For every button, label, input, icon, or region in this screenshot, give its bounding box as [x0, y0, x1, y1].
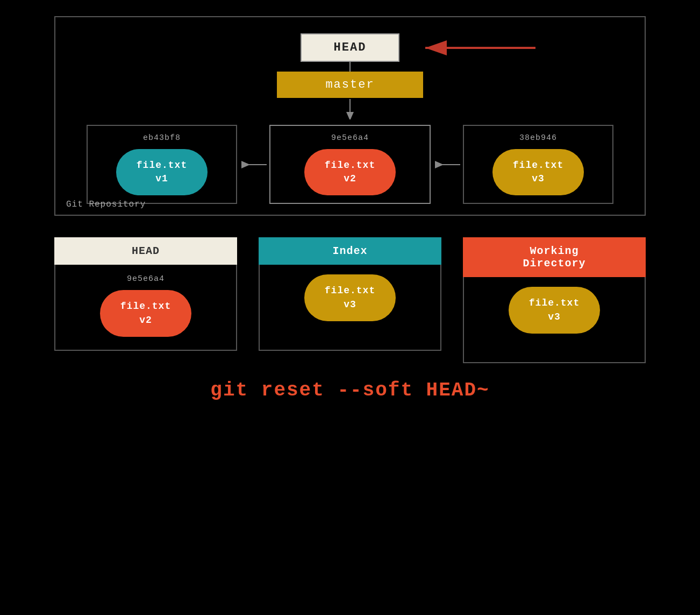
commits-row: eb43bf8 file.txtv1 9e5e6a4 file.txtv2 [77, 125, 623, 204]
commit-id-right: 38eb946 [519, 133, 557, 143]
git-repo-section: HEAD master [54, 16, 646, 216]
master-box: master [277, 72, 423, 98]
panel-head-body: 9e5e6a4 file.txtv2 [54, 265, 237, 351]
panel-index-header: Index [259, 237, 441, 265]
panel-wd-header: WorkingDirectory [463, 237, 646, 277]
panel-head-blob: file.txtv2 [100, 290, 191, 336]
commit-box-right: 38eb946 file.txtv3 [463, 125, 613, 204]
command-line: git reset --soft HEAD~ [210, 379, 489, 401]
bottom-panels: HEAD 9e5e6a4 file.txtv2 Index file.txtv3… [54, 237, 646, 363]
blob-right: file.txtv3 [492, 149, 584, 195]
panel-wd: WorkingDirectory file.txtv3 [463, 237, 646, 363]
panel-index-blob: file.txtv3 [304, 274, 396, 321]
head-arrow-icon [420, 40, 538, 56]
commit-right-arrow-icon [431, 158, 463, 171]
blob-left: file.txtv1 [116, 149, 208, 195]
git-repo-label: Git Repository [66, 200, 146, 209]
commit-id-center: 9e5e6a4 [331, 133, 369, 143]
panel-head: HEAD 9e5e6a4 file.txtv2 [54, 237, 237, 351]
commit-box-center: 9e5e6a4 file.txtv2 [269, 125, 431, 204]
head-box: HEAD [301, 33, 400, 62]
commit-box-left: eb43bf8 file.txtv1 [87, 125, 237, 204]
panel-head-commit-id: 9e5e6a4 [127, 274, 165, 284]
head-area: HEAD master [77, 33, 623, 119]
commit-left-arrow-icon [237, 158, 269, 171]
panel-index-body: file.txtv3 [259, 265, 441, 351]
panel-head-header: HEAD [54, 237, 237, 265]
master-commit-arrow-icon [345, 98, 355, 119]
panel-wd-blob: file.txtv3 [509, 287, 600, 333]
panel-wd-body: file.txtv3 [463, 277, 646, 363]
head-master-connector [349, 62, 351, 72]
blob-center: file.txtv2 [304, 149, 396, 195]
commit-id-left: eb43bf8 [143, 133, 181, 143]
panel-index: Index file.txtv3 [259, 237, 441, 351]
